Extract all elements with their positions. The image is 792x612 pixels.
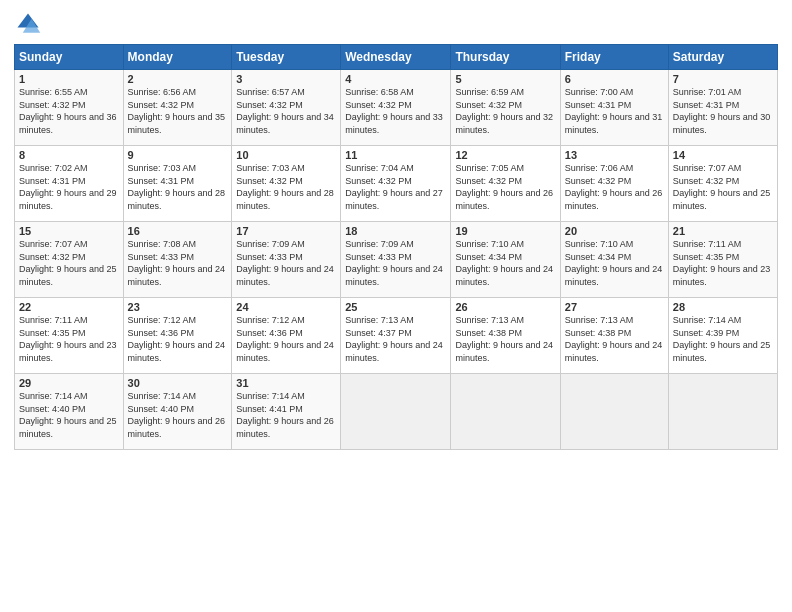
calendar-cell: 16Sunrise: 7:08 AMSunset: 4:33 PMDayligh…	[123, 222, 232, 298]
day-info: Sunrise: 7:10 AMSunset: 4:34 PMDaylight:…	[565, 238, 664, 288]
calendar-cell: 15Sunrise: 7:07 AMSunset: 4:32 PMDayligh…	[15, 222, 124, 298]
calendar-cell: 13Sunrise: 7:06 AMSunset: 4:32 PMDayligh…	[560, 146, 668, 222]
day-number: 5	[455, 73, 555, 85]
calendar-week-row: 1Sunrise: 6:55 AMSunset: 4:32 PMDaylight…	[15, 70, 778, 146]
day-number: 21	[673, 225, 773, 237]
calendar-cell: 7Sunrise: 7:01 AMSunset: 4:31 PMDaylight…	[668, 70, 777, 146]
day-number: 16	[128, 225, 228, 237]
calendar-cell	[451, 374, 560, 450]
calendar-week-row: 22Sunrise: 7:11 AMSunset: 4:35 PMDayligh…	[15, 298, 778, 374]
header	[14, 10, 778, 38]
day-info: Sunrise: 7:03 AMSunset: 4:31 PMDaylight:…	[128, 162, 228, 212]
calendar-cell: 23Sunrise: 7:12 AMSunset: 4:36 PMDayligh…	[123, 298, 232, 374]
weekday-header: Friday	[560, 45, 668, 70]
day-number: 23	[128, 301, 228, 313]
day-number: 20	[565, 225, 664, 237]
calendar-cell: 25Sunrise: 7:13 AMSunset: 4:37 PMDayligh…	[341, 298, 451, 374]
day-number: 18	[345, 225, 446, 237]
day-info: Sunrise: 7:12 AMSunset: 4:36 PMDaylight:…	[128, 314, 228, 364]
day-info: Sunrise: 7:14 AMSunset: 4:41 PMDaylight:…	[236, 390, 336, 440]
calendar-cell: 11Sunrise: 7:04 AMSunset: 4:32 PMDayligh…	[341, 146, 451, 222]
logo-icon	[14, 10, 42, 38]
calendar-cell: 4Sunrise: 6:58 AMSunset: 4:32 PMDaylight…	[341, 70, 451, 146]
day-number: 19	[455, 225, 555, 237]
calendar-week-row: 15Sunrise: 7:07 AMSunset: 4:32 PMDayligh…	[15, 222, 778, 298]
day-info: Sunrise: 7:14 AMSunset: 4:40 PMDaylight:…	[19, 390, 119, 440]
calendar-cell: 22Sunrise: 7:11 AMSunset: 4:35 PMDayligh…	[15, 298, 124, 374]
day-info: Sunrise: 7:05 AMSunset: 4:32 PMDaylight:…	[455, 162, 555, 212]
day-number: 31	[236, 377, 336, 389]
day-number: 28	[673, 301, 773, 313]
calendar-cell: 6Sunrise: 7:00 AMSunset: 4:31 PMDaylight…	[560, 70, 668, 146]
calendar-table: SundayMondayTuesdayWednesdayThursdayFrid…	[14, 44, 778, 450]
day-info: Sunrise: 6:55 AMSunset: 4:32 PMDaylight:…	[19, 86, 119, 136]
day-number: 14	[673, 149, 773, 161]
day-info: Sunrise: 7:10 AMSunset: 4:34 PMDaylight:…	[455, 238, 555, 288]
day-info: Sunrise: 7:14 AMSunset: 4:40 PMDaylight:…	[128, 390, 228, 440]
day-info: Sunrise: 7:13 AMSunset: 4:37 PMDaylight:…	[345, 314, 446, 364]
calendar-cell	[341, 374, 451, 450]
calendar-cell: 5Sunrise: 6:59 AMSunset: 4:32 PMDaylight…	[451, 70, 560, 146]
day-info: Sunrise: 7:12 AMSunset: 4:36 PMDaylight:…	[236, 314, 336, 364]
day-info: Sunrise: 6:59 AMSunset: 4:32 PMDaylight:…	[455, 86, 555, 136]
day-number: 25	[345, 301, 446, 313]
weekday-header: Saturday	[668, 45, 777, 70]
day-number: 3	[236, 73, 336, 85]
calendar-cell: 14Sunrise: 7:07 AMSunset: 4:32 PMDayligh…	[668, 146, 777, 222]
calendar-cell: 12Sunrise: 7:05 AMSunset: 4:32 PMDayligh…	[451, 146, 560, 222]
day-number: 22	[19, 301, 119, 313]
calendar-cell	[560, 374, 668, 450]
day-info: Sunrise: 7:13 AMSunset: 4:38 PMDaylight:…	[565, 314, 664, 364]
day-info: Sunrise: 7:03 AMSunset: 4:32 PMDaylight:…	[236, 162, 336, 212]
day-number: 10	[236, 149, 336, 161]
day-number: 13	[565, 149, 664, 161]
day-info: Sunrise: 7:02 AMSunset: 4:31 PMDaylight:…	[19, 162, 119, 212]
calendar-cell: 18Sunrise: 7:09 AMSunset: 4:33 PMDayligh…	[341, 222, 451, 298]
day-number: 11	[345, 149, 446, 161]
calendar-cell: 31Sunrise: 7:14 AMSunset: 4:41 PMDayligh…	[232, 374, 341, 450]
calendar-container: SundayMondayTuesdayWednesdayThursdayFrid…	[0, 0, 792, 612]
day-info: Sunrise: 7:09 AMSunset: 4:33 PMDaylight:…	[236, 238, 336, 288]
calendar-cell: 21Sunrise: 7:11 AMSunset: 4:35 PMDayligh…	[668, 222, 777, 298]
day-number: 1	[19, 73, 119, 85]
day-info: Sunrise: 7:09 AMSunset: 4:33 PMDaylight:…	[345, 238, 446, 288]
calendar-cell: 9Sunrise: 7:03 AMSunset: 4:31 PMDaylight…	[123, 146, 232, 222]
day-number: 2	[128, 73, 228, 85]
day-number: 27	[565, 301, 664, 313]
calendar-cell: 3Sunrise: 6:57 AMSunset: 4:32 PMDaylight…	[232, 70, 341, 146]
day-number: 4	[345, 73, 446, 85]
weekday-header: Wednesday	[341, 45, 451, 70]
weekday-header: Tuesday	[232, 45, 341, 70]
calendar-cell: 24Sunrise: 7:12 AMSunset: 4:36 PMDayligh…	[232, 298, 341, 374]
day-info: Sunrise: 7:08 AMSunset: 4:33 PMDaylight:…	[128, 238, 228, 288]
day-number: 7	[673, 73, 773, 85]
day-info: Sunrise: 7:04 AMSunset: 4:32 PMDaylight:…	[345, 162, 446, 212]
calendar-cell: 20Sunrise: 7:10 AMSunset: 4:34 PMDayligh…	[560, 222, 668, 298]
calendar-cell: 19Sunrise: 7:10 AMSunset: 4:34 PMDayligh…	[451, 222, 560, 298]
calendar-cell: 8Sunrise: 7:02 AMSunset: 4:31 PMDaylight…	[15, 146, 124, 222]
day-info: Sunrise: 6:56 AMSunset: 4:32 PMDaylight:…	[128, 86, 228, 136]
day-info: Sunrise: 7:07 AMSunset: 4:32 PMDaylight:…	[673, 162, 773, 212]
calendar-cell: 10Sunrise: 7:03 AMSunset: 4:32 PMDayligh…	[232, 146, 341, 222]
calendar-header-row: SundayMondayTuesdayWednesdayThursdayFrid…	[15, 45, 778, 70]
calendar-cell	[668, 374, 777, 450]
calendar-cell: 27Sunrise: 7:13 AMSunset: 4:38 PMDayligh…	[560, 298, 668, 374]
calendar-cell: 2Sunrise: 6:56 AMSunset: 4:32 PMDaylight…	[123, 70, 232, 146]
day-info: Sunrise: 7:00 AMSunset: 4:31 PMDaylight:…	[565, 86, 664, 136]
calendar-cell: 30Sunrise: 7:14 AMSunset: 4:40 PMDayligh…	[123, 374, 232, 450]
day-info: Sunrise: 7:11 AMSunset: 4:35 PMDaylight:…	[673, 238, 773, 288]
weekday-header: Thursday	[451, 45, 560, 70]
day-number: 15	[19, 225, 119, 237]
calendar-cell: 26Sunrise: 7:13 AMSunset: 4:38 PMDayligh…	[451, 298, 560, 374]
calendar-week-row: 29Sunrise: 7:14 AMSunset: 4:40 PMDayligh…	[15, 374, 778, 450]
calendar-cell: 28Sunrise: 7:14 AMSunset: 4:39 PMDayligh…	[668, 298, 777, 374]
calendar-week-row: 8Sunrise: 7:02 AMSunset: 4:31 PMDaylight…	[15, 146, 778, 222]
day-number: 6	[565, 73, 664, 85]
day-info: Sunrise: 6:57 AMSunset: 4:32 PMDaylight:…	[236, 86, 336, 136]
calendar-cell: 29Sunrise: 7:14 AMSunset: 4:40 PMDayligh…	[15, 374, 124, 450]
day-number: 24	[236, 301, 336, 313]
weekday-header: Sunday	[15, 45, 124, 70]
calendar-cell: 1Sunrise: 6:55 AMSunset: 4:32 PMDaylight…	[15, 70, 124, 146]
day-info: Sunrise: 7:07 AMSunset: 4:32 PMDaylight:…	[19, 238, 119, 288]
logo	[14, 10, 46, 38]
